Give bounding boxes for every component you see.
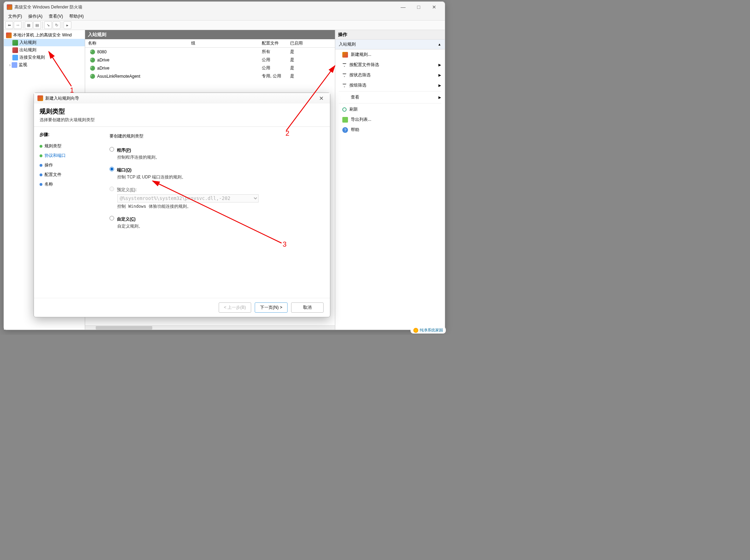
action-new-rule[interactable]: 新建规则... <box>335 49 445 60</box>
toolbar-button[interactable]: ▦ <box>25 21 33 29</box>
action-export[interactable]: 导出列表... <box>335 114 445 125</box>
filter-icon <box>342 84 347 87</box>
action-filter-group[interactable]: 按组筛选▶ <box>335 80 445 90</box>
nav-back-button[interactable]: ⬅ <box>5 21 13 29</box>
close-button[interactable]: ✕ <box>426 2 442 12</box>
action-filter-state[interactable]: 按状态筛选▶ <box>335 70 445 80</box>
step-rule-type[interactable]: 规则类型 <box>40 141 95 151</box>
option-predefined[interactable]: 预定义(E): @%systemroot%\system32\provsvc.d… <box>110 187 321 210</box>
menu-file[interactable]: 文件(F) <box>5 13 25 20</box>
step-protocol-port[interactable]: 协议和端口 <box>40 151 95 160</box>
menu-bar: 文件(F) 操作(A) 查看(V) 帮助(H) <box>4 12 445 20</box>
wizard-title-bar: 新建入站规则向导 ✕ <box>34 93 330 104</box>
col-group: 组 <box>191 40 262 46</box>
option-port[interactable]: 端口(O) 控制 TCP 或 UDP 端口连接的规则。 <box>110 167 321 180</box>
radio-predefined[interactable] <box>110 187 114 191</box>
rule-row[interactable]: ✓aDrive公用是 <box>85 56 335 64</box>
steps-label: 步骤: <box>40 132 95 138</box>
action-refresh[interactable]: 刷新 <box>335 104 445 114</box>
wizard-question: 要创建的规则类型 <box>110 133 321 139</box>
wizard-content: 要创建的规则类型 程序(P) 控制程序连接的规则。 端口(O) 控制 TCP 或… <box>101 127 330 298</box>
window-title: 高级安全 Windows Defender 防火墙 <box>14 4 82 10</box>
actions-subheader[interactable]: 入站规则▲ <box>335 40 445 49</box>
col-name: 名称 <box>85 40 191 46</box>
toolbar-refresh-button[interactable]: ↻ <box>53 21 60 29</box>
back-button: < 上一步(B) <box>219 302 251 313</box>
horizontal-scrollbar[interactable] <box>85 325 335 330</box>
radio-program[interactable] <box>110 147 114 152</box>
actions-panel: 操作 入站规则▲ 新建规则... 按配置文件筛选▶ 按状态筛选▶ 按组筛选▶ 查… <box>335 30 445 330</box>
toolbar-button[interactable]: ▸ <box>64 21 71 29</box>
tree-inbound-rules[interactable]: 入站规则 <box>4 39 85 46</box>
wizard-icon <box>37 95 43 101</box>
enabled-icon: ✓ <box>90 58 95 63</box>
tree-monitor[interactable]: ›监视 <box>4 61 85 69</box>
step-name[interactable]: 名称 <box>40 179 95 189</box>
toolbar: ⬅ ➡ ▦ ▤ ➘ ↻ ▸ <box>4 20 445 30</box>
maximize-button[interactable]: □ <box>411 2 426 12</box>
wizard-close-button[interactable]: ✕ <box>316 95 326 102</box>
minimize-button[interactable]: — <box>395 2 411 12</box>
filter-icon <box>342 73 347 77</box>
enabled-icon: ✓ <box>90 74 95 79</box>
filter-icon <box>342 63 347 67</box>
action-filter-profile[interactable]: 按配置文件筛选▶ <box>335 60 445 70</box>
toolbar-button[interactable]: ▤ <box>33 21 41 29</box>
rule-row[interactable]: ✓8080所有是 <box>85 48 335 56</box>
radio-custom[interactable] <box>110 216 114 220</box>
step-action[interactable]: 操作 <box>40 160 95 170</box>
action-view[interactable]: 查看▶ <box>335 92 445 102</box>
app-icon <box>7 4 12 10</box>
option-program[interactable]: 程序(P) 控制程序连接的规则。 <box>110 147 321 160</box>
toolbar-button[interactable]: ➘ <box>44 21 52 29</box>
actions-header: 操作 <box>335 30 445 40</box>
action-help[interactable]: ?帮助 <box>335 125 445 135</box>
new-rule-wizard: 新建入站规则向导 ✕ 规则类型 选择要创建的防火墙规则类型 步骤: 规则类型 协… <box>34 93 330 317</box>
wizard-steps: 步骤: 规则类型 协议和端口 操作 配置文件 名称 <box>34 127 101 298</box>
radio-port[interactable] <box>110 167 114 171</box>
export-icon <box>342 117 348 123</box>
tree-conn-security[interactable]: 连接安全规则 <box>4 54 85 61</box>
wizard-heading: 规则类型 <box>40 107 324 116</box>
step-profile[interactable]: 配置文件 <box>40 170 95 179</box>
column-headers[interactable]: 名称 组 配置文件 已启用 <box>85 39 335 48</box>
predefined-select: @%systemroot%\system32\provsvc.dll,-202 <box>117 194 259 202</box>
wizard-footer: < 上一步(B) 下一页(N) > 取消 <box>34 298 330 317</box>
next-button[interactable]: 下一页(N) > <box>255 302 288 313</box>
rules-header: 入站规则 <box>85 30 335 39</box>
menu-help[interactable]: 帮助(H) <box>66 13 87 20</box>
rule-row[interactable]: ✓aDrive公用是 <box>85 64 335 72</box>
tree-root[interactable]: 本地计算机 上的高级安全 Wind <box>4 31 85 39</box>
title-bar: 高级安全 Windows Defender 防火墙 — □ ✕ <box>4 2 445 12</box>
nav-forward-button[interactable]: ➡ <box>14 21 22 29</box>
tree-outbound-rules[interactable]: 出站规则 <box>4 46 85 54</box>
rule-icon <box>342 52 348 58</box>
option-custom[interactable]: 自定义(C) 自定义规则。 <box>110 216 321 229</box>
col-enabled: 已启用 <box>290 40 311 46</box>
wizard-title: 新建入站规则向导 <box>45 95 79 101</box>
cancel-button[interactable]: 取消 <box>291 302 324 313</box>
wizard-subheading: 选择要创建的防火墙规则类型 <box>40 117 324 123</box>
rule-row[interactable]: ✓AsusLinkRemoteAgent专用, 公用是 <box>85 72 335 80</box>
help-icon: ? <box>342 127 348 133</box>
wizard-header: 规则类型 选择要创建的防火墙规则类型 <box>34 104 330 127</box>
menu-action[interactable]: 操作(A) <box>25 13 45 20</box>
menu-view[interactable]: 查看(V) <box>46 13 66 20</box>
enabled-icon: ✓ <box>90 49 95 54</box>
watermark: 纯净系统家园 <box>411 327 446 334</box>
refresh-icon <box>342 107 347 112</box>
enabled-icon: ✓ <box>90 66 95 71</box>
col-profile: 配置文件 <box>262 40 290 46</box>
